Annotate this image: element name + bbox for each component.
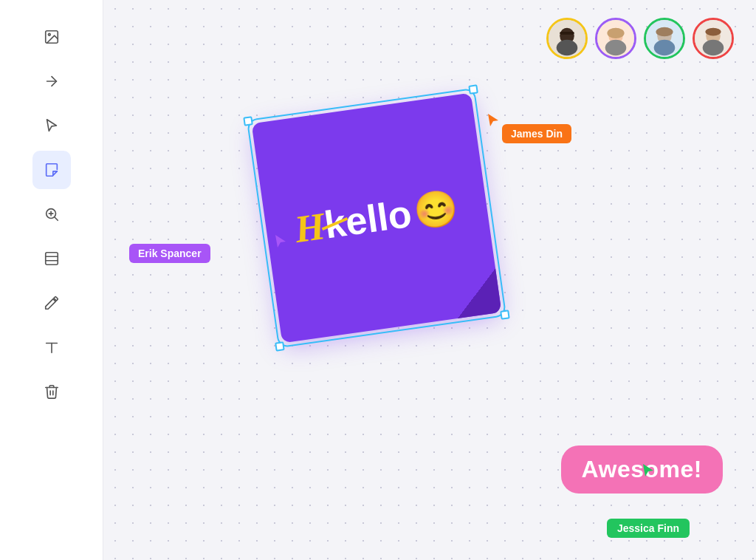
jessica-cursor-label: Jessica Finn <box>607 519 690 538</box>
svg-point-1 <box>48 33 50 35</box>
svg-point-22 <box>654 40 676 55</box>
awesome-comment-bubble: Awesome! <box>561 445 723 494</box>
avatar-image-user2 <box>597 20 634 57</box>
avatar-image-user4 <box>695 20 732 57</box>
erik-cursor-label: Erik Spancer <box>129 244 210 263</box>
sticky-note-body: H k ello 😊 <box>252 93 502 344</box>
svg-point-23 <box>656 27 673 37</box>
text-tool[interactable] <box>32 328 71 366</box>
sticky-note-element[interactable]: H k ello 😊 <box>252 93 502 344</box>
svg-rect-15 <box>560 32 574 35</box>
svg-point-14 <box>557 40 578 55</box>
avatar-user2[interactable] <box>595 18 636 59</box>
frame-tool[interactable] <box>32 239 71 278</box>
svg-point-26 <box>703 40 724 55</box>
sticky-note-tool[interactable] <box>32 151 71 189</box>
avatar-image-user1 <box>549 20 585 57</box>
avatar-image-user3 <box>646 20 683 57</box>
image-tool[interactable] <box>32 18 71 56</box>
avatar-user4[interactable] <box>693 18 734 59</box>
svg-line-4 <box>55 217 58 220</box>
sticky-note-content: H k ello 😊 <box>292 185 461 251</box>
zoom-tool[interactable] <box>32 195 71 233</box>
collaborator-avatars <box>546 18 734 59</box>
svg-point-19 <box>607 28 624 38</box>
svg-rect-7 <box>45 253 58 265</box>
james-cursor-label: James Din <box>502 124 571 143</box>
note-emoji: 😊 <box>411 186 461 233</box>
select-tool[interactable] <box>32 106 71 145</box>
arrow-tool[interactable] <box>32 62 71 100</box>
avatar-user3[interactable] <box>644 18 685 59</box>
note-text-ello: ello <box>343 191 414 245</box>
avatar-user1[interactable] <box>546 18 588 59</box>
svg-point-18 <box>605 40 627 55</box>
toolbar-sidebar <box>0 0 103 560</box>
pen-tool[interactable] <box>32 284 71 322</box>
delete-tool[interactable] <box>32 372 71 411</box>
svg-point-27 <box>705 28 721 36</box>
awesome-text: Awesome! <box>582 456 702 482</box>
